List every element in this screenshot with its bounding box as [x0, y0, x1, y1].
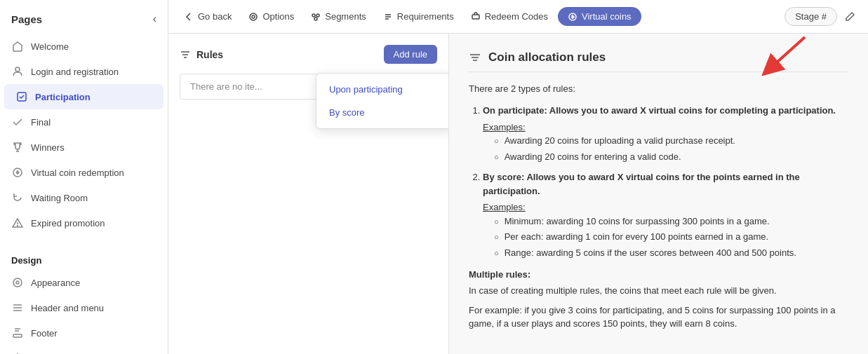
panel-header: Rules Add rule — [180, 45, 437, 64]
refresh-icon — [11, 191, 24, 204]
trophy-icon — [11, 141, 24, 154]
home-icon — [11, 40, 24, 53]
rule-1-example-2: Awarding 20 coins for entering a valid c… — [494, 150, 848, 164]
rule-2-example-2: Per each: awarding 1 coin for every 100 … — [494, 230, 848, 244]
rule-item-1: On participate: Allows you to award X vi… — [483, 104, 848, 163]
sidebar-item-appearance-label: Appearance — [31, 278, 80, 288]
coin-icon — [11, 166, 24, 179]
sidebar-title: Pages — [11, 13, 42, 25]
multiple-rules-section: Multiple rules: In case of creating mult… — [469, 269, 848, 331]
sidebar-item-login[interactable]: Login and registration — [0, 59, 168, 84]
user-icon — [11, 65, 24, 78]
sidebar-item-appearance[interactable]: Appearance — [0, 270, 168, 295]
svg-point-22 — [314, 18, 317, 20]
requirements-button[interactable]: Requirements — [376, 7, 461, 26]
options-button[interactable]: Options — [241, 7, 301, 26]
sidebar-collapse-button[interactable]: ‹ — [153, 13, 156, 25]
rules-filter-icon — [180, 49, 191, 60]
dropdown-item-by-score[interactable]: By score — [316, 101, 449, 124]
final-icon — [11, 116, 24, 128]
svg-point-20 — [312, 14, 315, 17]
participation-icon — [15, 90, 28, 103]
virtual-coins-button[interactable]: Virtual coins — [558, 7, 641, 26]
requirements-label: Requirements — [397, 11, 454, 22]
multiple-rules-example: For example: if you give 3 coins for par… — [469, 304, 848, 331]
sidebar-item-welcome-label: Welcome — [31, 41, 69, 52]
footer-icon — [11, 327, 24, 339]
requirements-icon — [383, 12, 393, 22]
sidebar-item-waiting-room-label: Waiting Room — [31, 193, 88, 203]
virtual-coins-icon — [568, 12, 577, 22]
design-section-label: Design — [0, 244, 168, 270]
sidebar-item-participation[interactable]: Participation — [4, 84, 163, 109]
allocation-rules-icon — [469, 51, 481, 64]
sidebar-item-header-menu-label: Header and menu — [31, 303, 104, 313]
left-panel: Rules Add rule There are no ite... Upon … — [168, 34, 449, 354]
options-icon — [248, 12, 258, 22]
sidebar-item-footer[interactable]: Footer — [0, 320, 168, 346]
multiple-rules-text: In case of creating multiple rules, the … — [469, 284, 848, 298]
go-back-icon — [184, 12, 194, 22]
menu-icon — [11, 301, 24, 314]
sidebar-item-login-label: Login and registration — [31, 67, 119, 77]
sidebar-item-winners[interactable]: Winners — [0, 135, 168, 160]
svg-point-18 — [250, 13, 257, 20]
warning-icon — [11, 217, 24, 229]
content-area: Rules Add rule There are no ite... Upon … — [168, 34, 868, 354]
segments-icon — [311, 12, 321, 22]
edit-icon-button[interactable] — [840, 6, 860, 26]
dropdown-item-by-score-label: By score — [329, 107, 365, 118]
svg-point-19 — [252, 15, 255, 18]
svg-point-5 — [13, 278, 22, 287]
svg-point-21 — [316, 14, 319, 17]
right-panel-divider — [469, 72, 848, 72]
rule-2-example-3: Range: awarding 5 coins if the user scor… — [494, 246, 848, 260]
svg-rect-23 — [472, 15, 479, 19]
svg-rect-10 — [13, 334, 22, 337]
svg-point-0 — [15, 67, 20, 72]
add-rule-button[interactable]: Add rule — [384, 45, 437, 64]
sidebar-item-participation-label: Participation — [35, 92, 91, 102]
panel-title: Rules — [180, 49, 223, 60]
rule-1-bold: On participate: Allows you to award X vi… — [483, 105, 836, 116]
segments-button[interactable]: Segments — [304, 7, 373, 26]
rules-title: Rules — [196, 49, 223, 60]
sidebar-item-advanced[interactable]: Advanced — [0, 346, 168, 354]
main-area: Go back Options Segments Requirements Re… — [168, 0, 868, 354]
redeem-codes-button[interactable]: Redeem Codes — [464, 7, 555, 26]
sidebar-item-final[interactable]: Final — [0, 109, 168, 135]
sidebar-header: Pages ‹ — [0, 0, 168, 34]
dropdown-item-upon-participating[interactable]: Upon participating — [316, 78, 449, 101]
segments-label: Segments — [325, 11, 366, 22]
svg-point-6 — [16, 281, 19, 284]
rule-intro: There are 2 types of rules: — [469, 83, 848, 94]
sidebar-item-expired-promotion-label: Expired promotion — [31, 218, 105, 229]
dropdown-menu: Upon participating By score — [316, 73, 449, 129]
sidebar-item-expired-promotion[interactable]: Expired promotion — [0, 210, 168, 236]
edit-icon — [844, 11, 855, 22]
rule-item-2: By score: Allows you to award X virtual … — [483, 170, 848, 259]
stage-button[interactable]: Stage # — [784, 7, 837, 26]
empty-row-text: There are no ite... — [190, 81, 262, 92]
options-label: Options — [262, 11, 294, 22]
redeem-codes-label: Redeem Codes — [485, 11, 548, 22]
right-panel: Coin allocation rules There are 2 types … — [449, 34, 868, 354]
sidebar: Pages ‹ Welcome Login and registration P… — [0, 0, 168, 354]
rule-1-example-1: Awarding 20 coins for uploading a valid … — [494, 134, 848, 148]
svg-point-4 — [18, 226, 18, 226]
sidebar-item-header-menu[interactable]: Header and menu — [0, 295, 168, 320]
sidebar-item-virtual-coin-label: Virtual coin redemption — [31, 168, 124, 178]
sidebar-item-virtual-coin-redemption[interactable]: Virtual coin redemption — [0, 160, 168, 185]
rule-2-bold: By score: Allows you to award X virtual … — [483, 172, 800, 196]
right-panel-header: Coin allocation rules — [469, 50, 848, 64]
sidebar-item-footer-label: Footer — [31, 328, 58, 339]
examples-label-1: Examples: — [483, 121, 848, 135]
virtual-coins-label: Virtual coins — [582, 11, 632, 22]
go-back-button[interactable]: Go back — [177, 7, 239, 26]
redeem-codes-icon — [471, 12, 481, 22]
go-back-label: Go back — [198, 11, 232, 22]
sidebar-item-winners-label: Winners — [31, 142, 65, 153]
sidebar-item-welcome[interactable]: Welcome — [0, 34, 168, 59]
rule-section: On participate: Allows you to award X vi… — [469, 104, 848, 259]
sidebar-item-waiting-room[interactable]: Waiting Room — [0, 185, 168, 210]
